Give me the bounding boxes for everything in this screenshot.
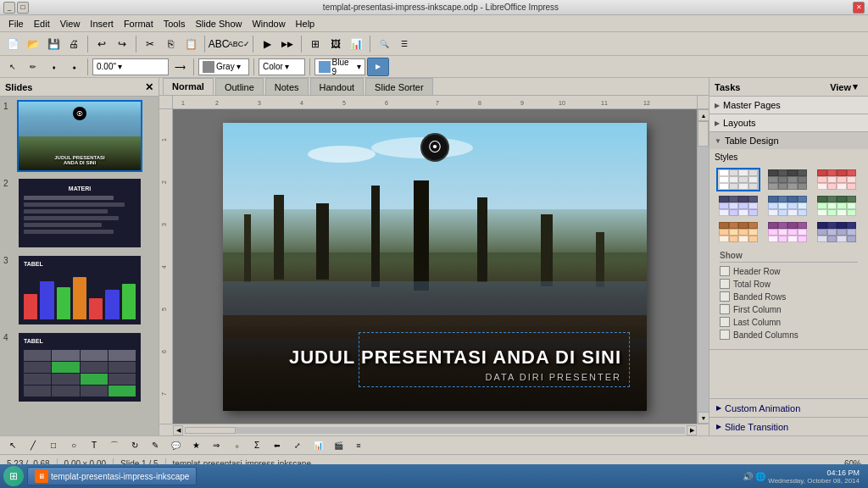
style-teal[interactable]	[765, 194, 810, 218]
symbol-tool[interactable]: Σ	[248, 436, 266, 455]
block-arrows-tool[interactable]: ⬅	[268, 436, 287, 455]
style-red[interactable]	[815, 168, 859, 191]
line-end-btn[interactable]: ⟶	[170, 58, 189, 76]
slide-image-4[interactable]: TABEL	[17, 331, 142, 403]
color-value-dropdown[interactable]: Blue 9▾	[314, 58, 365, 75]
menu-format[interactable]: Format	[119, 17, 159, 30]
slide-transition-link[interactable]: ▶ Slide Transition	[709, 417, 868, 435]
menu-window[interactable]: Window	[247, 17, 290, 30]
main-slide[interactable]: ⦿ JUDUL PRESENTASI ANDA DI SINI DATA DIR…	[223, 123, 647, 411]
header-row-checkbox[interactable]	[720, 266, 730, 276]
menu-file[interactable]: File	[3, 17, 29, 30]
tab-handout[interactable]: Handout	[310, 78, 364, 95]
paste-button[interactable]: 📋	[181, 35, 200, 53]
tab-normal[interactable]: Normal	[163, 78, 214, 95]
freeform-tool[interactable]: ✎	[146, 436, 164, 455]
new-button[interactable]: 📄	[3, 35, 22, 53]
tab-notes[interactable]: Notes	[265, 78, 309, 95]
maximize-button[interactable]: □	[17, 2, 29, 14]
cut-button[interactable]: ✂	[141, 35, 159, 53]
style-blue[interactable]	[716, 194, 760, 218]
last-col-checkbox[interactable]	[720, 317, 730, 327]
tab-slide-sorter[interactable]: Slide Sorter	[365, 78, 432, 95]
scroll-up-button[interactable]: ▲	[698, 109, 709, 121]
menu-tools[interactable]: Tools	[159, 17, 191, 30]
banded-rows-checkbox[interactable]	[720, 291, 730, 302]
style-navy[interactable]	[815, 220, 859, 244]
more-shapes-tool[interactable]: ≡	[349, 436, 368, 455]
menu-edit[interactable]: Edit	[29, 17, 55, 30]
slide-thumb-4[interactable]: 4 TABEL	[3, 331, 155, 403]
open-button[interactable]: 📂	[24, 35, 42, 53]
master-pages-header[interactable]: ▶ Master Pages	[709, 97, 868, 114]
line-tool[interactable]: ╱	[24, 436, 42, 455]
slide-show-button[interactable]: ▶▶	[278, 35, 297, 53]
zoom-button[interactable]: 🔍	[375, 35, 393, 53]
flowchart-tool[interactable]: ⬦	[227, 436, 246, 455]
style-none[interactable]	[716, 168, 760, 191]
redo-button[interactable]: ↪	[113, 35, 131, 53]
insert-chart-button[interactable]: 📊	[347, 35, 365, 53]
line-style-dropdown[interactable]: 0.00"▾	[92, 58, 169, 75]
table-design-header[interactable]: ▼ Table Design	[709, 132, 868, 149]
ellipse-tool[interactable]: ○	[64, 436, 83, 455]
total-row-checkbox[interactable]	[720, 279, 730, 289]
tab-outline[interactable]: Outline	[215, 78, 264, 95]
apply-color-button[interactable]: ▶	[367, 58, 389, 76]
movie-tool[interactable]: 🎬	[329, 436, 348, 455]
insert-image-button[interactable]: 🖼	[326, 35, 345, 53]
vertical-scrollbar[interactable]: ▲ ▼	[697, 109, 709, 424]
callout-tool[interactable]: 💬	[166, 436, 185, 455]
first-col-checkbox[interactable]	[720, 304, 730, 314]
hscroll-thumb[interactable]	[185, 427, 236, 434]
insert-table-button[interactable]: ⊞	[306, 35, 325, 53]
save-button[interactable]: 💾	[44, 35, 63, 53]
start-button[interactable]: ⊞	[3, 466, 24, 486]
arrow-shapes-tool[interactable]: ⇒	[207, 436, 225, 455]
spellcheck2-button[interactable]: ABC✓	[230, 35, 248, 53]
copy-button[interactable]: ⎘	[161, 35, 180, 53]
scroll-down-button[interactable]: ▼	[698, 412, 709, 424]
style-dark[interactable]	[765, 168, 810, 191]
hscroll-right-button[interactable]: ▶	[687, 425, 697, 435]
fill-color-dropdown[interactable]: Gray▾	[198, 58, 249, 75]
menu-view[interactable]: View	[55, 17, 86, 30]
print-button[interactable]: 🖨	[64, 35, 83, 53]
connector-tool[interactable]: ⤢	[288, 436, 307, 455]
tb2-btn1[interactable]: ↖	[3, 58, 22, 76]
slides-close-icon[interactable]: ✕	[145, 81, 153, 93]
banded-cols-checkbox[interactable]	[720, 330, 730, 340]
hscroll-left-button[interactable]: ◀	[173, 425, 183, 435]
curve-tool[interactable]: ⌒	[105, 436, 124, 455]
text-tool[interactable]: T	[85, 436, 103, 455]
scroll-thumb[interactable]	[698, 121, 709, 147]
rectangle-tool[interactable]: □	[44, 436, 63, 455]
color-mode-dropdown[interactable]: Color▾	[259, 58, 305, 75]
select-tool[interactable]: ↖	[3, 436, 22, 455]
tb2-btn4[interactable]: ⬥	[64, 58, 83, 76]
slide-image-1[interactable]: ⦿ JUDUL PRESENTASIANDA DI SINI	[17, 100, 142, 172]
menu-slideshow[interactable]: Slide Show	[190, 17, 247, 30]
custom-animation-link[interactable]: ▶ Custom Animation	[709, 398, 868, 417]
tb2-btn2[interactable]: ✏	[24, 58, 42, 76]
rotate-tool[interactable]: ↻	[125, 436, 144, 455]
taskbar-app[interactable]: 🖥 templat-presentasi-impress-inkscape	[27, 467, 197, 485]
menu-insert[interactable]: Insert	[85, 17, 119, 30]
slide-thumb-3[interactable]: 3 TABEL	[3, 254, 155, 326]
minimize-button[interactable]: _	[3, 2, 15, 14]
tasks-view-dropdown[interactable]: View ▾	[825, 80, 863, 94]
star-tool[interactable]: ★	[186, 436, 205, 455]
style-orange[interactable]	[716, 220, 760, 244]
tb2-btn3[interactable]: ⬧	[44, 58, 63, 76]
style-green[interactable]	[815, 194, 859, 218]
slide-thumb-2[interactable]: 2 MATERI	[3, 177, 155, 249]
style-purple[interactable]	[765, 220, 810, 244]
slide-image-2[interactable]: MATERI	[17, 177, 142, 249]
undo-button[interactable]: ↩	[92, 35, 111, 53]
close-button[interactable]: ✕	[853, 2, 865, 14]
horizontal-scrollbar[interactable]: ◀ ▶	[173, 424, 697, 435]
slide-image-3[interactable]: TABEL	[17, 254, 142, 326]
slide-thumb-1[interactable]: 1 ⦿ JUDUL PRESENTASIANDA DI SINI	[3, 100, 155, 172]
chart-tool[interactable]: 📊	[309, 436, 327, 455]
layouts-header[interactable]: ▶ Layouts	[709, 114, 868, 131]
